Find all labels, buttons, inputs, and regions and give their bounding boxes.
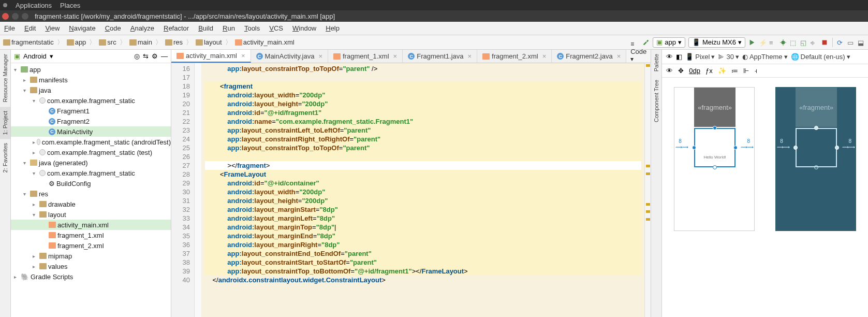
tree-fragment_2-xml[interactable]: fragment_2.xml	[11, 240, 171, 251]
tree-fragment1[interactable]: CFragment1	[11, 106, 171, 116]
code-mode-button[interactable]: ≡ Code ▾	[626, 40, 651, 63]
coverage-icon[interactable]: ⬚	[790, 39, 797, 46]
guideline-icon[interactable]: ⊩	[743, 67, 749, 75]
tree-com-example-fragment_static[interactable]: ▾com.example.fragment_static	[11, 168, 171, 178]
design-surface-light[interactable]: «fragment» Hello World! ⟿⟿ ⟿⟿ 8 8	[674, 87, 755, 231]
tree-res[interactable]: ▾res	[11, 189, 171, 199]
sync-gradle-icon[interactable]: ⟳	[837, 39, 844, 46]
breadcrumb-src[interactable]: src	[99, 38, 116, 46]
tab-mainactivity-java[interactable]: CMainActivity.java×	[251, 50, 328, 63]
select-icon[interactable]: 👁	[666, 67, 673, 75]
breadcrumb-app[interactable]: app	[67, 38, 86, 46]
tree-java[interactable]: ▾java	[11, 85, 171, 95]
locale-picker[interactable]: 🌐 Default (en-us) ▾	[791, 53, 850, 61]
expand-arrow-icon[interactable]: ▸	[14, 274, 19, 280]
handle-bottom[interactable]	[713, 165, 717, 169]
code-line-32[interactable]: android:layout_marginStart="8dp"	[205, 205, 641, 214]
expand-arrow-icon[interactable]: ▾	[33, 98, 38, 104]
tree-app[interactable]: ▾app	[11, 64, 171, 75]
menu-navigate[interactable]: Navigate	[69, 24, 95, 32]
code-line-20[interactable]: android:layout_height="200dp"	[205, 99, 641, 108]
apply-code-icon[interactable]: ≡	[769, 39, 776, 46]
breadcrumbs[interactable]: fragmentstatic〉app〉src〉main〉res〉layout〉a…	[3, 38, 642, 47]
expand-arrow-icon[interactable]: ▾	[33, 170, 38, 176]
code-line-39[interactable]: app:layout_constraintTop_toBottomOf="@+i…	[205, 267, 641, 276]
fold-column[interactable]	[195, 63, 202, 317]
stop-icon[interactable]	[821, 39, 828, 46]
close-tab-icon[interactable]: ×	[241, 52, 245, 60]
chevron-down-icon[interactable]: ▾	[50, 52, 53, 60]
sdk-manager-icon[interactable]: ⬓	[858, 39, 865, 46]
code-line-18[interactable]: <fragment	[205, 82, 641, 91]
code-line-24[interactable]: app:layout_constraintRight_toRightOf="pa…	[205, 135, 641, 143]
framelayout-selection[interactable]: Hello World!	[694, 128, 735, 167]
code-line-25[interactable]: app:layout_constraintTop_toTopOf="parent…	[205, 143, 641, 152]
eye-icon[interactable]: 👁	[666, 53, 673, 61]
code-line-29[interactable]: android:id="@+id/container"	[205, 179, 641, 188]
debug-icon[interactable]	[779, 39, 787, 46]
menu-window[interactable]: Window	[292, 24, 316, 32]
close-tab-icon[interactable]: ×	[318, 52, 322, 60]
code-line-37[interactable]: app:layout_constraintEnd_toEndOf="parent…	[205, 249, 641, 258]
blueprint-surface[interactable]: «fragment» ⟿⟿ ⟿⟿ 8 8	[775, 87, 856, 231]
code-line-16[interactable]: app:layout_constraintTop_toTopOf="parent…	[205, 64, 641, 73]
sx-icon[interactable]: ƒx	[705, 67, 713, 75]
code-line-36[interactable]: android:layout_marginRight="8dp"	[205, 240, 641, 249]
orientation-icon[interactable]: ◧	[676, 53, 682, 61]
code-line-31[interactable]: android:layout_height="200dp"	[205, 196, 641, 205]
handle-right[interactable]	[733, 146, 738, 150]
left-tab-2-favorites[interactable]: 2: Favorites	[0, 139, 10, 177]
expand-arrow-icon[interactable]: ▾	[14, 67, 19, 73]
fragment-placeholder[interactable]: «fragment»	[694, 88, 735, 127]
device-selector[interactable]: 📱 Meizu MX6 ▾	[688, 37, 745, 48]
menu-code[interactable]: Code	[105, 24, 121, 32]
maximize-window-icon[interactable]	[22, 13, 28, 20]
tab-activity_main-xml[interactable]: activity_main.xml×	[171, 50, 251, 63]
code-line-30[interactable]: android:layout_width="200dp"	[205, 188, 641, 196]
close-tab-icon[interactable]: ×	[468, 52, 472, 60]
left-tab-1-project[interactable]: 1: Project	[0, 107, 10, 139]
menu-view[interactable]: View	[45, 24, 60, 32]
code-line-23[interactable]: app:layout_constraintLeft_toLeftOf="pare…	[205, 126, 641, 135]
code-editor[interactable]: 1617181920212223242526272829303132333435…	[171, 63, 651, 317]
menu-file[interactable]: File	[4, 24, 15, 32]
tree-mainactivity[interactable]: CMainActivity	[11, 126, 171, 137]
tab-fragment2-java[interactable]: CFragment2.java×	[552, 50, 626, 63]
project-tree[interactable]: ▾app▸manifests▾java▾com.example.fragment…	[11, 63, 171, 317]
theme-picker[interactable]: ◐ AppTheme ▾	[742, 53, 788, 61]
attach-debugger-icon[interactable]: ⎆	[811, 39, 818, 46]
tree-com-example-fragment_static-test-[interactable]: ▸com.example.fragment_static (test)	[11, 147, 171, 157]
expand-arrow-icon[interactable]: ▸	[33, 150, 38, 155]
menu-refactor[interactable]: Refactor	[164, 24, 189, 32]
expand-arrow-icon[interactable]: ▸	[23, 77, 28, 83]
tree-fragment2[interactable]: CFragment2	[11, 116, 171, 126]
tab-fragment1-java[interactable]: CFragment1.java×	[403, 50, 477, 63]
api-picker[interactable]: ⫸ 30 ▾	[718, 53, 739, 61]
right-tab-component-tree[interactable]: Component Tree	[651, 76, 661, 126]
device-picker[interactable]: 📱 Pixel ▾	[685, 53, 715, 61]
code-line-27[interactable]: ></fragment>	[205, 161, 641, 170]
hide-icon[interactable]: —	[161, 52, 168, 60]
wand-icon[interactable]: ✨	[718, 67, 726, 75]
close-tab-icon[interactable]: ×	[393, 52, 398, 60]
tree-com-example-fragment_static-androidtest-[interactable]: ▸com.example.fragment_static (androidTes…	[11, 137, 171, 147]
run-icon[interactable]	[748, 39, 756, 46]
code-line-19[interactable]: android:layout_width="200dp"	[205, 91, 641, 99]
tree-buildconfig[interactable]: ⚙BuildConfig	[11, 178, 171, 189]
align-icon[interactable]: ≔	[731, 67, 738, 75]
code-content[interactable]: app:layout_constraintTop_toTopOf="parent…	[202, 63, 644, 317]
expand-arrow-icon[interactable]: ▸	[33, 264, 38, 269]
profiler-icon[interactable]: ◱	[800, 39, 807, 46]
tree-layout[interactable]: ▾layout	[11, 209, 171, 220]
tab-fragment_2-xml[interactable]: fragment_2.xml×	[477, 50, 552, 63]
menu-edit[interactable]: Edit	[24, 24, 36, 32]
code-line-38[interactable]: app:layout_constraintStart_toStartOf="pa…	[205, 258, 641, 267]
pan-icon[interactable]: ✥	[678, 67, 684, 75]
menu-vcs[interactable]: VCS	[269, 24, 283, 32]
left-tab-resource-manager[interactable]: Resource Manager	[0, 50, 10, 107]
close-tab-icon[interactable]: ×	[617, 52, 621, 60]
code-line-40[interactable]: </androidx.constraintlayout.widget.Const…	[205, 276, 641, 284]
code-line-28[interactable]: <FrameLayout	[205, 170, 641, 179]
code-line-35[interactable]: android:layout_marginEnd="8dp"	[205, 232, 641, 240]
design-canvas[interactable]: «fragment» Hello World! ⟿⟿ ⟿⟿ 8 8 «fragm…	[662, 78, 868, 317]
